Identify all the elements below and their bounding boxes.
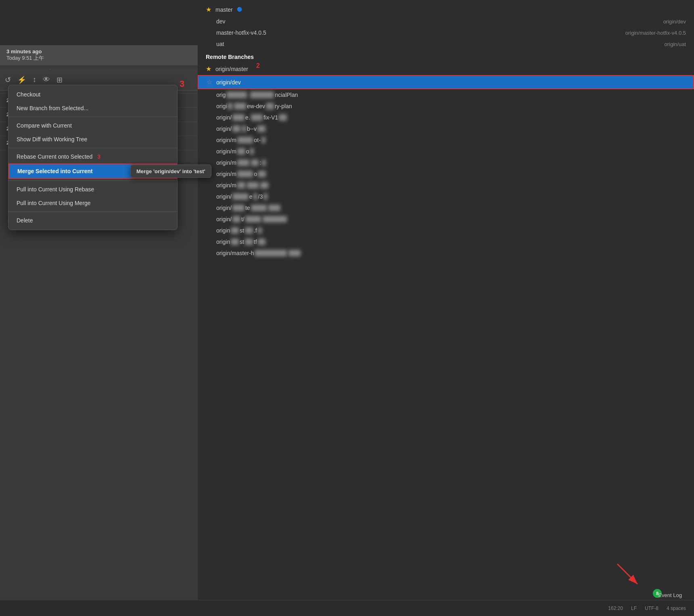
- indent: 4 spaces: [667, 606, 686, 611]
- menu-pull-merge[interactable]: Pull into Current Using Merge: [8, 196, 177, 210]
- remote-branch-14[interactable]: origin██ st ██ .f█: [198, 225, 694, 236]
- menu-pull-rebase[interactable]: Pull into Current Using Rebase: [8, 182, 177, 196]
- branch-remote: origin/master-hotfix-v4.0.5: [625, 30, 686, 36]
- merge-sub-tooltip: Merge 'origin/dev' into 'test': [130, 165, 211, 178]
- branch-dev[interactable]: dev origin/dev: [198, 16, 694, 27]
- encoding: UTF-8: [645, 606, 658, 611]
- remote-branch-9[interactable]: origin/m████ o ██: [198, 168, 694, 180]
- remote-branch-12[interactable]: origin/███ te████ ███: [198, 202, 694, 214]
- branch-tag: 🔵: [237, 7, 242, 12]
- remote-branch-11[interactable]: origin/████ e █ /3 █: [198, 191, 694, 202]
- menu-separator-4: [8, 212, 177, 212]
- star-icon: ★: [206, 65, 211, 73]
- remote-branch-6[interactable]: origin/m████ ot- █: [198, 134, 694, 146]
- remote-branch-origin-dev[interactable]: ☆ origin/dev: [198, 75, 694, 89]
- menu-separator-3: [8, 180, 177, 181]
- remote-branch-4[interactable]: origin/███ e.███ fix-V1██: [198, 112, 694, 123]
- remote-branch-7[interactable]: origin/m██ o █: [198, 146, 694, 157]
- annotation-badge-3-label: 3: [180, 79, 184, 89]
- branch-name: master-hotfix-v4.0.5: [216, 29, 266, 36]
- menu-rebase[interactable]: Rebase Current onto Selected 3: [8, 150, 177, 163]
- menu-separator-1: [8, 117, 177, 117]
- menu-merge-selected[interactable]: Merge Selected into Current Merge 'origi…: [8, 163, 177, 179]
- branch-panel: ★ master 🔵 dev origin/dev master-hotfix-…: [198, 0, 694, 600]
- layout-icon[interactable]: ⊞: [56, 75, 63, 84]
- view-icon[interactable]: 👁: [43, 75, 50, 84]
- branch-name: master: [215, 6, 233, 13]
- menu-checkout[interactable]: Checkout: [8, 88, 177, 101]
- cursor-position: 162:20: [608, 606, 623, 611]
- branch-list: ★ master 🔵 dev origin/dev master-hotfix-…: [198, 0, 694, 262]
- context-menu: Checkout New Branch from Selected... Com…: [8, 85, 178, 230]
- sort-icon[interactable]: ↕: [33, 75, 36, 84]
- branch-uat[interactable]: uat origin/uat: [198, 38, 694, 50]
- branch-remote: origin/dev: [663, 19, 686, 25]
- annotation-arrow-1: [613, 560, 646, 594]
- fetch-icon[interactable]: ⚡: [17, 75, 26, 84]
- menu-separator-2: [8, 148, 177, 148]
- remote-branch-13[interactable]: origin/██ t/████ ██████: [198, 214, 694, 225]
- menu-delete[interactable]: Delete: [8, 214, 177, 227]
- status-bar: 162:20 LF UTF-8 4 spaces: [0, 600, 694, 616]
- remote-branch-3[interactable]: origin/ ███ew-dev ██ry-plan: [198, 101, 694, 112]
- remote-branch-2[interactable]: origi/feature ██████ncialPlan: [198, 89, 694, 101]
- menu-show-diff[interactable]: Show Diff with Working Tree: [8, 132, 177, 146]
- branch-hotfix[interactable]: master-hotfix-v4.0.5 origin/master-hotfi…: [198, 27, 694, 38]
- sub-tooltip-text: Merge 'origin/dev' into 'test': [136, 168, 205, 174]
- branch-name: origin/dev: [216, 79, 241, 86]
- branch-remote: origin/uat: [665, 41, 686, 47]
- refresh-icon[interactable]: ↺: [5, 75, 11, 84]
- line-ending: LF: [631, 606, 637, 611]
- menu-rebase-label: Rebase Current onto Selected: [17, 153, 92, 160]
- menu-merge-label: Merge Selected into Current: [17, 168, 93, 174]
- svg-line-1: [617, 564, 638, 584]
- branch-name: dev: [216, 18, 226, 25]
- remote-branch-10[interactable]: origin/m██ ███ ██: [198, 180, 694, 191]
- commit-item-0[interactable]: 3 minutes ago Today 9:51 上午: [0, 45, 198, 65]
- remote-branch-5[interactable]: origin/██ █ b--v██: [198, 123, 694, 134]
- commit-time: 3 minutes ago: [6, 48, 191, 54]
- star-outline-icon: ☆: [207, 78, 212, 86]
- menu-new-branch[interactable]: New Branch from Selected...: [8, 101, 177, 115]
- remote-branch-origin-master[interactable]: ★ origin/master 2: [198, 63, 694, 75]
- branch-name: uat: [216, 41, 224, 47]
- star-icon: ★: [206, 6, 211, 13]
- badge-3-label: 3: [97, 153, 100, 160]
- event-log-text[interactable]: Event Log: [658, 592, 682, 598]
- remote-branch-15[interactable]: origin██ st ██ tf██: [198, 236, 694, 247]
- branch-master[interactable]: ★ master 🔵: [198, 3, 694, 16]
- annotation-badge-2: 2: [256, 62, 260, 69]
- branch-name: origin/master: [215, 66, 248, 72]
- remote-branches-header: Remote Branches: [198, 50, 694, 63]
- menu-compare-current[interactable]: Compare with Current: [8, 119, 177, 132]
- status-bar-right: 162:20 LF UTF-8 4 spaces: [608, 606, 686, 611]
- remote-branch-8[interactable]: origin/m███ ██ :█: [198, 157, 694, 168]
- commit-detail: Today 9:51 上午: [6, 54, 191, 62]
- remote-branch-16[interactable]: origin/master-h████████ ███: [198, 247, 694, 259]
